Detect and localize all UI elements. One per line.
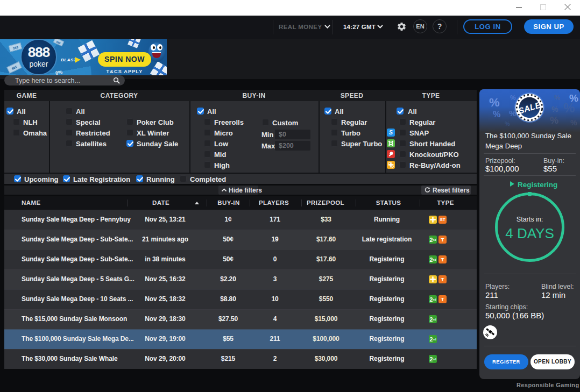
svg-text:S: S <box>389 130 393 136</box>
